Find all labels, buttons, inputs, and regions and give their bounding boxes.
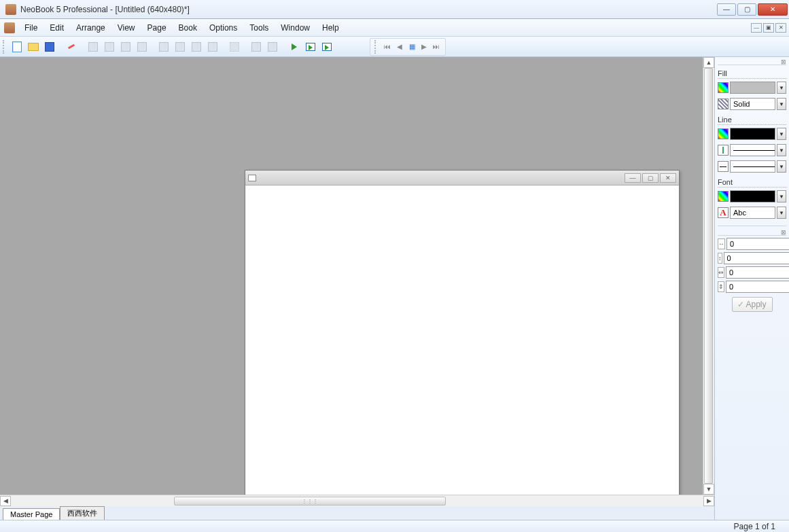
document-window[interactable]: — ▢ ✕ <box>245 170 680 495</box>
line-color-swatch-icon[interactable] <box>718 128 729 139</box>
fill-style-dropdown[interactable]: ▼ <box>777 98 786 110</box>
scroll-down-icon[interactable]: ▼ <box>703 484 714 495</box>
copy-button[interactable] <box>102 39 117 54</box>
y-position-icon: ↕ <box>718 253 722 264</box>
y-position-input[interactable] <box>724 252 790 264</box>
document-icon <box>248 175 256 181</box>
toback-button[interactable] <box>173 39 188 54</box>
font-heading: Font <box>718 178 786 188</box>
backward-button[interactable] <box>205 39 220 54</box>
tofront-button[interactable] <box>156 39 171 54</box>
hscroll-thumb[interactable]: ⋮⋮⋮ <box>174 497 446 506</box>
width-input[interactable] <box>726 266 789 279</box>
nav-prev-icon[interactable]: ◀ <box>395 43 404 50</box>
check-icon: ✓ <box>737 300 744 309</box>
menu-edit[interactable]: Edit <box>44 22 69 34</box>
run-button[interactable] <box>287 39 302 54</box>
menu-arrange[interactable]: Arrange <box>71 22 111 34</box>
dims-close-icon[interactable]: ⊠ <box>718 229 786 236</box>
statusbar: Page 1 of 1 <box>0 520 789 532</box>
window-close-button[interactable]: ✕ <box>758 3 788 16</box>
vertical-scrollbar[interactable]: ▲ ▼ <box>703 57 714 495</box>
fill-color-dropdown[interactable]: ▼ <box>777 82 786 94</box>
menu-file[interactable]: File <box>19 22 43 34</box>
fill-color-swatch-icon[interactable] <box>718 82 729 93</box>
line-color-dropdown[interactable]: ▼ <box>777 128 786 140</box>
font-color-value[interactable] <box>730 190 775 202</box>
nav-thumb-icon[interactable]: ▦ <box>407 43 417 50</box>
nav-grip[interactable] <box>374 40 379 54</box>
vscroll-thumb[interactable] <box>704 68 713 484</box>
forward-button[interactable] <box>189 39 204 54</box>
mdi-minimize-button[interactable]: — <box>751 23 762 33</box>
height-input[interactable] <box>726 281 789 293</box>
line-weight-dropdown[interactable]: ▼ <box>777 144 786 156</box>
open-button[interactable] <box>26 39 41 54</box>
menubar-app-icon <box>4 22 15 33</box>
line-style-dropdown[interactable]: ▼ <box>777 160 786 173</box>
paste-button[interactable] <box>118 39 133 54</box>
design-canvas-area[interactable]: — ▢ ✕ <box>0 57 703 495</box>
menu-tools[interactable]: Tools <box>244 22 274 34</box>
scroll-right-icon[interactable]: ▶ <box>703 496 714 506</box>
toolbar-grip[interactable] <box>3 40 7 54</box>
tab-page-1[interactable]: 西西软件 <box>60 506 105 520</box>
scroll-up-icon[interactable]: ▲ <box>703 57 714 68</box>
doc-maximize-button[interactable]: ▢ <box>642 173 659 183</box>
menu-window[interactable]: Window <box>275 22 315 34</box>
nav-first-icon[interactable]: ⏮ <box>383 43 392 50</box>
line-style-value[interactable] <box>730 160 775 173</box>
menu-book[interactable]: Book <box>173 22 203 34</box>
properties-panel: ⊠ Fill ▼ Solid ▼ Line ▼ ▼ ▼ Font <box>714 57 789 520</box>
cut-button[interactable] <box>86 39 101 54</box>
horizontal-scrollbar[interactable]: ◀ ⋮⋮⋮ ▶ <box>0 495 714 506</box>
fill-style-swatch-icon[interactable] <box>718 99 729 109</box>
line-color-value[interactable] <box>730 128 775 140</box>
font-color-dropdown[interactable]: ▼ <box>777 190 786 202</box>
width-icon: ⇔ <box>718 267 724 278</box>
line-style-swatch-icon[interactable] <box>718 161 729 172</box>
fill-style-value[interactable]: Solid <box>730 98 775 110</box>
doc-minimize-button[interactable]: — <box>625 173 641 183</box>
tab-master-page[interactable]: Master Page <box>3 508 60 520</box>
doc-close-button[interactable]: ✕ <box>660 173 676 183</box>
line-weight-swatch-icon[interactable] <box>718 145 729 156</box>
paste-page-button[interactable] <box>265 39 280 54</box>
x-position-input[interactable] <box>726 238 789 250</box>
mdi-restore-button[interactable]: ▣ <box>763 23 774 33</box>
menu-view[interactable]: View <box>112 22 141 34</box>
menubar: File Edit Arrange View Page Book Options… <box>0 19 789 37</box>
window-titlebar: NeoBook 5 Professional - [Untitled (640x… <box>0 0 789 19</box>
document-chrome: — ▢ ✕ <box>245 171 679 185</box>
scroll-left-icon[interactable]: ◀ <box>0 496 11 506</box>
line-weight-value[interactable] <box>730 144 775 156</box>
run-frame-button[interactable] <box>319 39 334 54</box>
delete-button[interactable] <box>135 39 150 54</box>
menu-options[interactable]: Options <box>204 22 243 34</box>
fill-heading: Fill <box>718 69 786 79</box>
run-frompage-button[interactable] <box>303 39 318 54</box>
new-button[interactable] <box>10 39 24 54</box>
window-title: NeoBook 5 Professional - [Untitled (640x… <box>20 5 717 14</box>
panel-close-icon[interactable]: ⊠ <box>718 58 786 65</box>
x-position-icon: ↔ <box>718 238 725 249</box>
copy-page-button[interactable] <box>249 39 264 54</box>
mdi-close-button[interactable]: ✕ <box>775 23 786 33</box>
menu-page[interactable]: Page <box>142 22 172 34</box>
font-face-value[interactable]: Abc <box>730 207 775 219</box>
apply-button[interactable]: ✓Apply <box>732 297 773 312</box>
font-face-dropdown[interactable]: ▼ <box>777 207 786 219</box>
group-button[interactable] <box>227 39 242 54</box>
brush-button[interactable] <box>64 39 79 54</box>
nav-last-icon[interactable]: ⏭ <box>432 43 441 50</box>
fill-color-value[interactable] <box>730 82 775 94</box>
menu-help[interactable]: Help <box>317 22 345 34</box>
nav-next-icon[interactable]: ▶ <box>419 43 429 50</box>
page-navigator: ⏮ ◀ ▦ ▶ ⏭ <box>370 38 446 56</box>
window-maximize-button[interactable]: ▢ <box>737 3 756 16</box>
font-face-swatch-icon[interactable]: A <box>718 207 729 218</box>
save-button[interactable] <box>42 39 57 54</box>
font-color-swatch-icon[interactable] <box>718 191 729 202</box>
app-icon <box>5 4 16 15</box>
window-minimize-button[interactable]: — <box>717 3 736 16</box>
